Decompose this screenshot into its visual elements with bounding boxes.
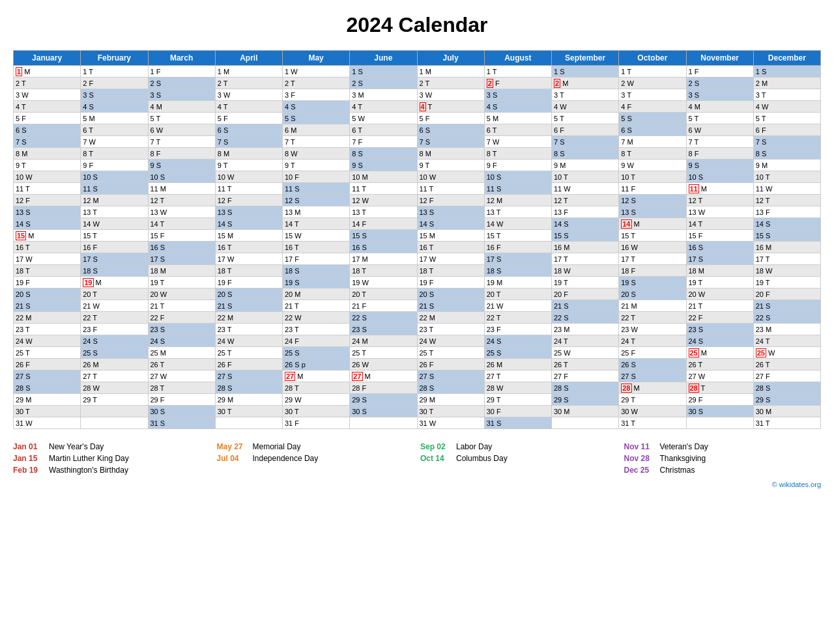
calendar-cell: 6 S: [215, 124, 282, 136]
calendar-cell: 22 M: [417, 312, 484, 324]
calendar-cell: 14 W: [81, 218, 148, 230]
calendar-cell: 27 W: [148, 371, 215, 382]
calendar-cell: 12 T: [686, 195, 753, 206]
calendar-cell: 28 S: [552, 382, 619, 394]
calendar-cell: 15 S: [350, 230, 417, 242]
holiday-date: Nov 28: [624, 454, 660, 463]
calendar-cell: 23 T: [14, 324, 81, 335]
calendar-cell: 21 W: [484, 300, 551, 312]
calendar-cell: 20 S: [215, 288, 282, 300]
calendar-cell: 19 S: [619, 277, 686, 288]
calendar-cell: 16 T: [215, 242, 282, 253]
calendar-table: January February March April May June Ju…: [13, 50, 821, 429]
calendar-cell: 24 T: [552, 335, 619, 347]
calendar-cell: 5 M: [81, 113, 148, 124]
calendar-cell: 24 S: [81, 335, 148, 347]
calendar-cell: 8 T: [484, 148, 551, 160]
calendar-cell: 2 F: [81, 77, 148, 89]
holiday-date: Feb 19: [13, 466, 49, 475]
calendar-cell: 3 S: [81, 89, 148, 101]
calendar-cell: 27 T: [81, 371, 148, 382]
holiday-name: Christmas: [660, 466, 695, 475]
calendar-cell: 23 F: [81, 324, 148, 335]
calendar-cell: 21 S: [417, 300, 484, 312]
calendar-cell: 20 F: [753, 288, 820, 300]
calendar-cell: 20 W: [686, 288, 753, 300]
holiday-group-2: May 27 Memorial Day Jul 04 Independence …: [217, 442, 414, 477]
calendar-cell: 4 F: [619, 101, 686, 113]
calendar-cell: 2 W: [619, 77, 686, 89]
calendar-cell: 20 T: [484, 288, 551, 300]
month-header-dec: December: [753, 51, 820, 66]
calendar-cell: 21 S: [215, 300, 282, 312]
calendar-cell: 7 M: [619, 136, 686, 148]
calendar-cell: 26 M: [484, 359, 551, 371]
calendar-cell: 1 T: [484, 66, 551, 77]
calendar-cell: 6 F: [753, 124, 820, 136]
calendar-cell: 26 F: [417, 359, 484, 371]
calendar-cell: 23 T: [417, 324, 484, 335]
calendar-cell: 27 T: [484, 371, 551, 382]
calendar-cell: 18 S: [283, 265, 350, 277]
calendar-cell: 13 S: [417, 206, 484, 218]
calendar-cell: 12 W: [350, 195, 417, 206]
calendar-cell: 10 W: [14, 171, 81, 183]
calendar-cell: 26 T: [753, 359, 820, 371]
calendar-cell: 29 F: [686, 394, 753, 406]
calendar-cell: 10 S: [686, 171, 753, 183]
calendar-cell: 11 S: [81, 183, 148, 195]
calendar-cell: 3 F: [283, 89, 350, 101]
calendar-cell: 30 W: [619, 406, 686, 417]
calendar-cell: 22 F: [686, 312, 753, 324]
calendar-cell: 17 S: [81, 253, 148, 265]
calendar-cell: [215, 417, 282, 429]
calendar-cell: 4 S: [81, 101, 148, 113]
month-header-nov: November: [686, 51, 753, 66]
calendar-cell: 13 S: [619, 206, 686, 218]
calendar-cell: 12 M: [484, 195, 551, 206]
calendar-cell: 16 T: [283, 242, 350, 253]
calendar-cell: 25 S: [81, 347, 148, 359]
calendar-cell: 5 W: [350, 113, 417, 124]
calendar-cell: 25 T: [14, 347, 81, 359]
calendar-cell: 25 W: [552, 347, 619, 359]
calendar-cell: 5 F: [14, 113, 81, 124]
calendar-cell: 7 S: [552, 136, 619, 148]
holiday-item: May 27 Memorial Day: [217, 442, 414, 451]
calendar-cell: 9 M: [753, 160, 820, 171]
calendar-cell: 12 F: [14, 195, 81, 206]
calendar-cell: 7 S: [14, 136, 81, 148]
calendar-cell: 19 T: [686, 277, 753, 288]
calendar-cell: 19 M: [484, 277, 551, 288]
calendar-cell: 26 S p: [283, 359, 350, 371]
calendar-cell: 4 S: [283, 101, 350, 113]
calendar-cell: 6 F: [552, 124, 619, 136]
calendar-cell: 25 F: [619, 347, 686, 359]
calendar-cell: 15 T: [484, 230, 551, 242]
calendar-cell: 7 F: [350, 136, 417, 148]
calendar-cell: 22 T: [619, 312, 686, 324]
calendar-cell: 4 T: [417, 101, 484, 113]
calendar-cell: [686, 417, 753, 429]
holiday-item: Feb 19 Wasthington's Birthday: [13, 466, 210, 475]
calendar-cell: 15 S: [753, 230, 820, 242]
holiday-item: Sep 02 Labor Day: [420, 442, 618, 451]
calendar-cell: 27 S: [619, 371, 686, 382]
calendar-cell: 4 M: [686, 101, 753, 113]
holiday-item: Oct 14 Columbus Day: [420, 454, 618, 463]
calendar-cell: 28 S: [417, 382, 484, 394]
calendar-cell: 22 M: [215, 312, 282, 324]
holiday-date: Jul 04: [217, 454, 253, 463]
calendar-cell: 7 T: [686, 136, 753, 148]
calendar-cell: 25 M: [686, 347, 753, 359]
calendar-cell: 14 T: [283, 218, 350, 230]
calendar-cell: 25 S: [484, 347, 551, 359]
calendar-cell: 24 W: [14, 335, 81, 347]
calendar-cell: 6 T: [484, 124, 551, 136]
calendar-cell: 1 W: [283, 66, 350, 77]
calendar-cell: 24 W: [215, 335, 282, 347]
calendar-cell: 26 T: [552, 359, 619, 371]
calendar-cell: 12 M: [81, 195, 148, 206]
calendar-cell: 31 W: [14, 417, 81, 429]
calendar-cell: 11 W: [753, 183, 820, 195]
